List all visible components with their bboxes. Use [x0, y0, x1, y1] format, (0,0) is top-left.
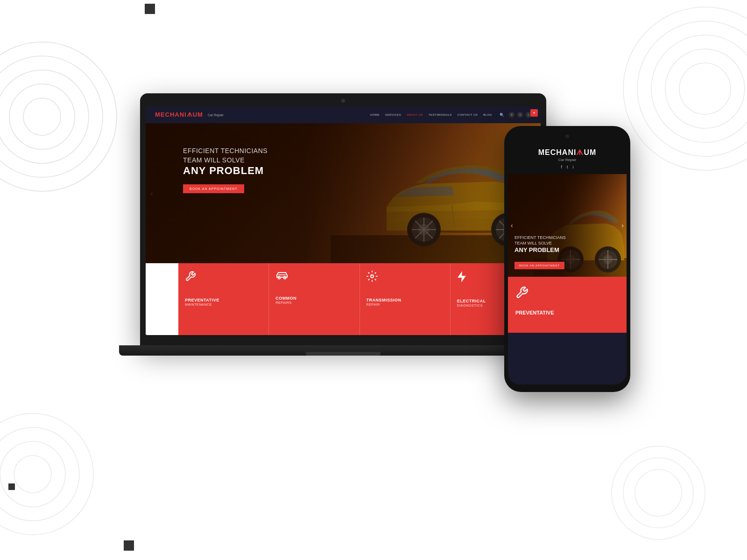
main-content: MECHANIᗑUM Car Repair HOME SERVICES ABOU…	[0, 0, 747, 560]
service-card-transmission[interactable]: TRANSMISSION REPAIR	[360, 263, 451, 335]
nav-red-button[interactable]: ▼	[530, 109, 538, 117]
laptop-device: MECHANIᗑUM Car Repair HOME SERVICES ABOU…	[140, 93, 546, 373]
service-sub-common: REPAIRS	[275, 301, 352, 305]
service-card-common[interactable]: COMMON REPAIRS	[269, 263, 359, 335]
wrench-icon	[185, 271, 262, 285]
phone-hero-overlay	[508, 174, 627, 277]
hero-text-block: EFFICIENT TECHNICIANS TEAM WILL SOLVE AN…	[183, 147, 541, 193]
nav-testimonials[interactable]: TESTIMONIALS	[429, 113, 452, 116]
phone-prev-arrow[interactable]: ‹	[511, 222, 513, 229]
service-name-transmission: TRANSMISSION	[366, 298, 444, 302]
hero-subtitle: EFFICIENT TECHNICIANS TEAM WILL SOLVE	[183, 147, 541, 165]
phone-hero-line1: EFFICIENT TECHNICIANS	[514, 235, 566, 240]
service-sub-transmission: REPAIR	[366, 302, 444, 307]
hero-cta-button[interactable]: BOOK AN APPOINTMENT	[183, 184, 244, 193]
phone-hero-line2: TEAM WILL SOLVE	[514, 241, 552, 245]
hero-title: ANY PROBLEM	[183, 165, 541, 177]
gear-icon	[366, 271, 444, 285]
search-icon[interactable]: 🔍	[500, 113, 504, 117]
service-name-common: COMMON	[275, 296, 352, 301]
phone-hero-cta[interactable]: BOOK AN APPOINTMENT	[514, 262, 564, 269]
hero-section: EFFICIENT TECHNICIANS TEAM WILL SOLVE AN…	[146, 123, 541, 263]
hero-subtitle-line2: TEAM WILL SOLVE	[183, 156, 245, 164]
phone-facebook-icon[interactable]: f	[561, 165, 562, 169]
service-sub-preventative: MAINTENANCE	[185, 302, 262, 307]
site-logo: MECHANIᗑUM	[155, 111, 203, 119]
svg-point-36	[371, 275, 374, 278]
nav-contact[interactable]: CONTACT US	[458, 113, 478, 116]
phone-twitter-icon[interactable]: t	[567, 165, 568, 169]
phone-body: MECHANIᗑUM Car Repair f t i	[504, 126, 630, 392]
phone-notch	[546, 133, 588, 140]
phone-logo: MECHANIᗑUM	[515, 148, 619, 157]
phone-screen: MECHANIᗑUM Car Repair f t i	[508, 143, 627, 385]
social-nav-icons: f t i	[509, 112, 531, 118]
site-tagline: Car Repair	[208, 113, 224, 117]
phone-header: MECHANIᗑUM Car Repair f t i	[508, 143, 627, 174]
logo-text-main: MECHANI	[155, 111, 187, 118]
phone-service-card[interactable]: PREVENTATIVE	[508, 277, 627, 333]
phone-hero-title: ANY PROBLEM	[514, 246, 566, 253]
phone-tagline: Car Repair	[515, 158, 619, 162]
hero-subtitle-line1: EFFICIENT TECHNICIANS	[183, 147, 268, 154]
nav-links: HOME SERVICES ABOUT US TESTIMONIALS CONT…	[370, 113, 504, 117]
services-row: PREVENTATIVE MAINTENANCE	[146, 263, 541, 335]
logo-accent: ᗑ	[187, 111, 193, 118]
phone-social-icons: f t i	[515, 165, 619, 169]
phone-instagram-icon[interactable]: i	[573, 165, 574, 169]
laptop-camera	[341, 99, 345, 103]
service-card-preventative[interactable]: PREVENTATIVE MAINTENANCE	[178, 263, 269, 335]
phone-hero-text: EFFICIENT TECHNICIANS TEAM WILL SOLVE AN…	[514, 235, 566, 253]
twitter-icon[interactable]: t	[517, 112, 523, 118]
services-spacer	[146, 263, 178, 335]
logo-text-end: UM	[193, 111, 203, 118]
phone-device: MECHANIᗑUM Car Repair f t i	[504, 126, 630, 392]
phone-hero-subtitle: EFFICIENT TECHNICIANS TEAM WILL SOLVE	[514, 235, 566, 246]
laptop-screen: MECHANIᗑUM Car Repair HOME SERVICES ABOU…	[146, 106, 541, 335]
phone-next-arrow[interactable]: ›	[621, 222, 624, 229]
phone-hero: EFFICIENT TECHNICIANS TEAM WILL SOLVE AN…	[508, 174, 627, 277]
phone-logo-accent: ᗑ	[576, 148, 584, 156]
service-name-preventative: PREVENTATIVE	[185, 298, 262, 302]
laptop-body: MECHANIᗑUM Car Repair HOME SERVICES ABOU…	[140, 93, 546, 345]
phone-wrench-icon	[515, 286, 619, 302]
laptop-website: MECHANIᗑUM Car Repair HOME SERVICES ABOU…	[146, 106, 541, 335]
car-icon	[275, 271, 352, 283]
nav-blog[interactable]: BLOG	[483, 113, 492, 116]
site-nav: MECHANIᗑUM Car Repair HOME SERVICES ABOU…	[146, 106, 541, 123]
nav-services[interactable]: SERVICES	[385, 113, 401, 116]
nav-about[interactable]: ABOUT US	[407, 113, 423, 116]
facebook-icon[interactable]: f	[509, 112, 514, 118]
phone-service-name: PREVENTATIVE	[515, 310, 619, 315]
devices-container: MECHANIᗑUM Car Repair HOME SERVICES ABOU…	[117, 70, 630, 490]
nav-home[interactable]: HOME	[370, 113, 380, 116]
laptop-base	[119, 345, 567, 356]
